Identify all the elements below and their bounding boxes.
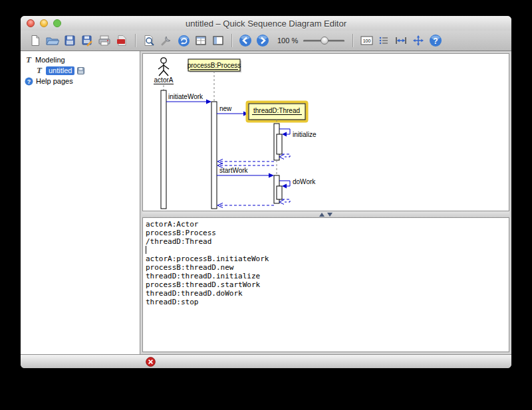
editor-line[interactable]: /threadD:Thread [146,237,509,246]
editor-line[interactable]: threadD:threadD.initialize [146,272,509,280]
modeling-label: Modeling [35,56,65,64]
help-button[interactable]: ? [428,32,444,49]
new-file-button[interactable] [27,32,43,49]
editor-line[interactable] [146,246,509,255]
table-view-icon [195,35,207,47]
sequence-diagram[interactable]: actorA processB:Process initiateWork [144,54,508,209]
zoom-preview-button[interactable] [141,32,157,49]
printer-icon [98,35,111,47]
help-pages-label: Help pages [36,77,73,86]
configure-button[interactable] [158,32,174,49]
threadD-nested-bar-2[interactable] [277,186,282,199]
redraw-button[interactable] [176,32,192,49]
modeling-logo-icon: T [25,56,33,64]
svg-text:?: ? [434,37,438,46]
nav-back-button[interactable] [237,32,253,49]
column-view-icon [212,35,224,47]
text-caret [146,246,146,254]
wrench-icon [160,35,172,47]
threadD-nested-bar-1[interactable] [277,134,282,154]
print-button[interactable] [96,32,112,49]
minimize-button[interactable] [40,19,48,27]
toolbar-separator [231,34,232,47]
app-window: untitled – Quick Sequence Diagram Editor [21,16,511,368]
magnifier-page-icon [143,35,155,47]
export-pdf-button[interactable] [114,32,130,49]
message-doWork[interactable]: doWork [293,178,316,185]
threadD-label[interactable]: threadD:Thread [253,107,300,114]
unsaved-disk-icon [77,67,84,74]
title-bar[interactable]: untitled – Quick Sequence Diagram Editor [21,16,511,31]
actor-figure[interactable] [158,58,169,76]
fit-width-icon [395,35,407,47]
toolbar-separator [135,34,136,47]
fit-width-button[interactable] [393,32,409,49]
new-document-icon [29,35,41,47]
svg-text:?: ? [27,78,31,84]
back-arrow-icon [239,34,252,47]
main-area: actorA processB:Process initiateWork [140,51,511,354]
processB-activation-bar[interactable] [211,102,217,209]
editor-line[interactable]: processB:threadD.new [146,263,509,272]
toolbar-separator [352,34,353,47]
message-startWork[interactable]: startWork [219,167,249,174]
sidebar: T Modeling T untitled ? Help pages [21,51,140,354]
diagram-panel[interactable]: actorA processB:Process initiateWork [142,53,509,211]
sidebar-item-untitled[interactable]: T untitled [21,65,140,76]
save-as-icon [81,35,93,47]
close-button[interactable] [27,19,35,27]
fit-page-button[interactable] [410,32,426,49]
status-bar [21,354,511,368]
zoom-window-button[interactable] [53,19,61,27]
forward-arrow-icon [256,34,269,47]
list-icon [378,35,390,47]
editor-line[interactable]: processB:Process [146,229,509,237]
error-icon[interactable] [146,357,156,367]
editor-line[interactable]: actorA:Actor [146,220,509,229]
refresh-icon [178,35,190,47]
actorA-activation-bar[interactable] [161,90,166,209]
editor-line[interactable]: actorA:processB.initiateWork [146,255,509,263]
editor-line[interactable]: threadD:threadD.doWork [146,289,509,298]
text-editor[interactable]: actorA:Actor processB:Process /threadD:T… [142,217,509,352]
open-folder-icon [46,35,59,47]
table-view-button[interactable] [193,32,209,49]
editor-line[interactable]: processB:threadD.startWork [146,280,509,289]
toolbar: 100 % 100 ? [21,31,511,51]
message-initiateWork[interactable]: initiateWork [168,93,203,100]
window-title: untitled – Quick Sequence Diagram Editor [186,19,346,29]
actor-label[interactable]: actorA [154,76,174,84]
message-initialize[interactable]: initialize [293,131,317,138]
expand-arrows-icon [412,35,424,47]
nav-forward-button[interactable] [255,32,271,49]
zoom-slider[interactable] [303,35,344,46]
save-icon [64,35,76,47]
diagram-logo-icon: T [35,66,43,74]
message-new[interactable]: new [219,105,232,112]
help-pages-icon: ? [25,77,33,86]
save-button[interactable] [62,32,78,49]
zoom-100-icon: 100 [360,35,373,47]
help-icon: ? [429,34,442,47]
list-button[interactable] [376,32,392,49]
sidebar-item-help-pages[interactable]: ? Help pages [21,76,140,86]
splitter-arrows-icon[interactable] [319,212,333,217]
zoom-slider-thumb[interactable] [321,37,329,45]
split-pane-divider[interactable] [142,211,509,217]
open-button[interactable] [45,32,61,49]
pdf-icon [116,35,128,47]
zoom-level-label: 100 % [277,37,298,45]
sidebar-item-modeling[interactable]: T Modeling [21,54,140,65]
column-view-button[interactable] [210,32,226,49]
editor-line[interactable]: threadD:stop [146,298,509,306]
untitled-label: untitled [46,66,74,75]
processB-label[interactable]: processB:Process [188,62,241,69]
svg-text:100: 100 [362,39,370,43]
actual-size-button[interactable]: 100 [358,32,374,49]
save-as-button[interactable] [79,32,95,49]
